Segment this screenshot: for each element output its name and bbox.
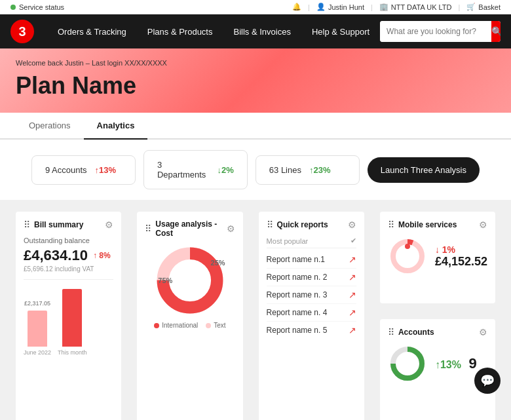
checkmark-icon: ✔ [350,237,356,245]
tab-analytics[interactable]: Analytics [84,113,148,140]
lines-label: 63 Lines [269,165,301,175]
bar-thismonth: This month [58,285,87,356]
hero: Welcome back Justin – Last login XX/XX/X… [0,48,511,113]
tabs: Operations Analytics [0,113,511,140]
accounts-title: Accounts [398,328,434,337]
bar-june-value: £2,317.05 [24,300,50,307]
mobile-amount: £4,152.52 [435,255,487,269]
company-icon: 🏢 [379,3,388,11]
report-item-1[interactable]: Report name n.1 ↗ [267,251,356,269]
grid-icon: ⠿ [24,220,30,230]
user-info[interactable]: 👤 Justin Hunt [316,3,364,11]
metric-lines: 63 Lines ↑23% [256,155,360,185]
export-icon-4[interactable]: ↗ [349,307,356,318]
pct-75: 75% [158,277,172,284]
metric-accounts: 9 Accounts ↑13% [31,155,136,185]
logo[interactable]: 3 [10,20,34,43]
gear-icon-accounts[interactable]: ⚙ [479,327,487,337]
notifications[interactable]: 🔔 [292,3,301,11]
accounts-widget-count: 9 [469,355,477,372]
service-status-label: Service status [19,3,64,11]
report-item-5[interactable]: Report name n. 5 ↗ [267,322,356,339]
plan-name: Plan Name [16,72,495,100]
basket-label: Basket [478,3,501,11]
gear-icon-usage[interactable]: ⚙ [227,223,235,234]
basket-icon: 🛒 [466,3,476,11]
usage-analysis-widget: ⠿ Usage analysis - Cost ⚙ 75% 25% [137,212,242,420]
departments-label: 3 Departments [157,160,210,180]
accounts-change: ↑13% [95,165,117,175]
user-icon: 👤 [316,3,326,11]
status-dot [10,5,16,10]
top-right: 🔔 | 👤 Justin Hunt | 🏢 NTT DATA UK LTD | … [292,3,501,11]
bill-summary-header: ⠿ Bill summary ⚙ [24,220,113,230]
bill-summary-title: Bill summary [34,220,83,229]
pct-25: 25% [211,259,225,267]
accounts-row: ↑13% 9 [388,344,487,383]
nav: 3 Orders & Tracking Plans & Products Bil… [0,14,511,48]
report-dropdown[interactable]: Most popular ✔ [267,237,356,248]
nav-links: Orders & Tracking Plans & Products Bills… [47,14,380,48]
legend-label-intl: International [162,322,198,329]
grid-icon-mobile: ⠿ [388,220,394,230]
usage-title: Usage analysis - Cost [155,220,226,238]
nav-help[interactable]: Help & Support [301,14,380,48]
search-input[interactable] [380,21,491,42]
mobile-change: ↓ 1% [435,244,487,255]
report-item-4[interactable]: Report name n. 4 ↗ [267,304,356,322]
bill-amount: £4,634.10 [24,247,88,264]
company-info: 🏢 NTT DATA UK LTD [379,3,452,11]
bar-june: £2,317.05 June 2022 [24,300,51,356]
metrics-row: 9 Accounts ↑13% 3 Departments ↓2% 63 Lin… [16,140,495,200]
top-bar: Service status 🔔 | 👤 Justin Hunt | 🏢 NTT… [0,0,511,14]
grid-icon-usage: ⠿ [145,223,151,234]
chat-fab[interactable]: 💬 [474,368,501,394]
lines-change: ↑23% [309,165,331,175]
mobile-services-widget: ⠿ Mobile services ⚙ ↓ 1% £4,152.52 [380,212,495,303]
tab-operations[interactable]: Operations [16,113,84,140]
gear-icon-mobile[interactable]: ⚙ [479,220,487,230]
export-icon-5[interactable]: ↗ [349,325,356,335]
report-dropdown-label: Most popular [267,237,309,245]
accounts-label: 9 Accounts [45,165,87,175]
service-status: Service status [10,3,64,11]
launch-btn[interactable]: Launch Three Analysis [368,157,480,183]
mobile-amount-row: ↓ 1% £4,152.52 [388,237,487,276]
departments-change: ↓2% [218,165,234,175]
bar-june-bar [28,311,47,347]
basket[interactable]: 🛒 Basket [466,3,501,11]
legend-international: International [154,322,198,329]
mobile-header: ⠿ Mobile services ⚙ [388,220,487,230]
gear-icon-reports[interactable]: ⚙ [348,220,356,230]
report-item-3[interactable]: Report name n. 3 ↗ [267,286,356,304]
report-item-2[interactable]: Report name n. 2 ↗ [267,269,356,286]
export-icon-3[interactable]: ↗ [349,290,356,300]
reports-header: ⠿ Quick reports ⚙ [267,220,356,230]
svg-point-4 [405,244,410,249]
company-name: NTT DATA UK LTD [391,3,452,11]
search-button[interactable]: 🔍 [491,21,501,42]
nav-plans[interactable]: Plans & Products [137,14,223,48]
mobile-gauge [388,237,427,276]
legend-dot-intl [154,323,159,328]
nav-orders[interactable]: Orders & Tracking [47,14,137,48]
donut-container: 75% 25% [145,244,235,316]
bar-june-label: June 2022 [24,349,51,356]
bill-vat: £5,696.12 including VAT [24,265,113,273]
grid-icon-accounts: ⠿ [388,327,394,337]
grid-icon-reports: ⠿ [267,220,273,230]
bar-thismonth-label: This month [58,349,87,356]
legend-label-text: Text [214,322,225,329]
export-icon-1[interactable]: ↗ [349,254,356,265]
search-bar: 🔍 [380,21,501,42]
outstanding-label: Outstanding balance [24,237,113,244]
bill-summary-widget: ⠿ Bill summary ⚙ Outstanding balance £4,… [16,212,121,420]
accounts-gauge [388,344,427,383]
nav-bills[interactable]: Bills & Invoices [223,14,301,48]
accounts-widget-change: ↑13% [435,359,461,370]
gear-icon[interactable]: ⚙ [105,220,113,230]
mobile-title: Mobile services [398,220,457,229]
quick-reports-widget: ⠿ Quick reports ⚙ Most popular ✔ Report … [259,212,364,420]
accounts-widget: ⠿ Accounts ⚙ ↑13% 9 [380,319,495,420]
export-icon-2[interactable]: ↗ [349,272,356,282]
